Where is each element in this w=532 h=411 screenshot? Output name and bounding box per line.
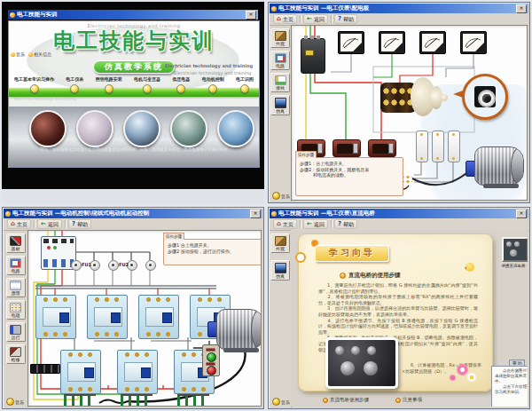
help-button[interactable]: ?帮助 (334, 219, 357, 229)
start-button[interactable] (207, 352, 216, 362)
toolbar-separator (300, 15, 301, 23)
menu-label: 电工仪表 (66, 76, 83, 82)
info-label: 相关信息 (34, 51, 51, 57)
link-usage-steps[interactable]: 直流电桥使用步骤 (323, 397, 369, 403)
panel-motor-sim: 电工技能与实训 —电动机控制\绕线式电动机起动控制 × ⌂主页 ←返回 ?帮助 … (2, 207, 264, 409)
app-icon (5, 211, 11, 217)
sidebar-button-wiring[interactable]: 接线 (270, 73, 290, 92)
menu-button-icon (105, 84, 113, 93)
sidebar-button-simulation[interactable]: 仿真 (270, 95, 290, 115)
menu-button-icon (30, 84, 39, 93)
home-button[interactable]: ⌂主页 (273, 219, 297, 229)
sidebar-button-repair[interactable]: 检修 (6, 344, 26, 364)
close-icon[interactable]: × (516, 209, 527, 218)
knob (367, 346, 376, 355)
contactor-km1 (35, 295, 76, 339)
appearance-icon (275, 31, 286, 41)
titlebar: 电工技能与实训 —电工仪表\直流电桥 × (270, 209, 528, 218)
sidebar-button-appearance[interactable]: 外观 (270, 28, 290, 48)
titlebar: 电工技能与实训 —电工仪表\配电板 × (270, 4, 528, 13)
home-button[interactable]: ⌂主页 (273, 14, 297, 24)
monitor-icon (275, 263, 286, 273)
toolbar-separator (331, 15, 332, 23)
menu-item-motorctl[interactable]: 电动机控制 (202, 76, 224, 93)
music-toggle[interactable]: 音乐 (272, 192, 290, 200)
sidebar-button-equipment[interactable]: 器材 (6, 233, 26, 253)
fuse-3[interactable] (108, 260, 119, 271)
flower-deco-icon (467, 373, 476, 382)
window-title: 电工技能与实训 (17, 12, 244, 18)
splash-subtitle-en: Electrician technology and training (165, 63, 253, 68)
main-breaker[interactable] (301, 38, 325, 74)
switch-knob (441, 94, 448, 101)
document-icon (10, 281, 21, 290)
motor-base (223, 348, 259, 352)
contactor-coil (43, 307, 71, 327)
help-button[interactable]: ?帮助 (334, 14, 357, 24)
product-photo-meter (76, 110, 113, 147)
sidebar-button-principle[interactable]: 原理 (6, 278, 26, 297)
close-icon[interactable]: × (246, 11, 256, 20)
close-icon[interactable]: × (250, 209, 261, 218)
info-link[interactable]: 相关信息 (28, 51, 51, 57)
screenshot-collage: 电工技能与实训 × Electrician technology and tra… (0, 0, 532, 411)
help-icon: ? (338, 16, 341, 22)
sidebar-button-circuit[interactable]: 电路 (270, 51, 290, 70)
close-icon[interactable]: × (516, 4, 527, 13)
fuse-5[interactable] (145, 260, 156, 271)
back-label: 返回 (314, 16, 325, 22)
titlebar: 电工技能与实训 —电动机控制\绕线式电动机起动控制 × (4, 209, 262, 218)
sidebar-button-simulation[interactable]: 仿真 (270, 260, 290, 281)
menu-item-lighting[interactable]: 照明电路安装 (96, 76, 122, 93)
stop-button[interactable] (207, 366, 216, 375)
equipment-icon (10, 236, 21, 246)
link-notes[interactable]: 注意事项 (395, 397, 422, 403)
splash-body: Electrician technology and training 音乐 相… (9, 21, 259, 167)
menu-item-drawings[interactable]: 电工识图 (236, 76, 254, 93)
help-button[interactable]: ?帮助 (68, 219, 91, 229)
sidebar-button-run[interactable]: 运行 (6, 322, 26, 342)
home-label: 主页 (283, 16, 293, 22)
toolbar-separator (65, 220, 66, 228)
sidebar-label: 电路 (12, 269, 20, 273)
menu-button-icon (240, 84, 249, 93)
menu-label: 电工识图 (236, 76, 254, 82)
analog-meter-3 (419, 31, 446, 54)
current-transformer-3 (368, 139, 396, 157)
home-button[interactable]: ⌂主页 (7, 219, 31, 229)
back-button[interactable]: ←返回 (37, 219, 62, 229)
back-button[interactable]: ←返回 (303, 14, 328, 24)
sidebar-label: 运行 (12, 336, 20, 340)
device-thumbnail-button[interactable] (502, 237, 528, 262)
fuse-1[interactable] (71, 260, 82, 271)
knob (514, 241, 520, 247)
back-label: 返回 (48, 221, 59, 227)
motor (216, 309, 262, 350)
guide-heading: 直流电桥的使用步骤 (340, 272, 401, 280)
menu-item-machines[interactable]: 电机与变压器 (134, 76, 160, 93)
guide-page: 学习向导 直流电桥的使用步骤 1、测量前先打开检流计锁扣，即将 G 接线柱处的金… (298, 233, 493, 391)
menu-item-meters[interactable]: 电工仪表 (66, 76, 83, 93)
knife-switch[interactable] (30, 364, 60, 374)
repair-icon (10, 347, 21, 357)
music-toggle[interactable]: 音乐 (6, 398, 24, 406)
push-button-station[interactable] (202, 344, 220, 376)
help-box-text: 点击右侧图片可选择您欲仿真的器件。 点击下方按钮可学习相关知识。 (491, 366, 528, 407)
music-link[interactable]: 音乐 (11, 51, 25, 57)
motor-icon (10, 325, 21, 335)
resistor-bank-3 (177, 394, 209, 407)
resistor-bank-1 (64, 394, 96, 407)
back-button[interactable]: ←返回 (303, 219, 328, 229)
sidebar-button-appearance[interactable]: 外观 (270, 233, 290, 253)
music-toggle[interactable]: 音乐 (272, 398, 290, 406)
menu-item-lowvolt[interactable]: 低压电器 (172, 76, 190, 93)
sidebar-label: 仿真 (276, 274, 285, 279)
sidebar-button-circuit[interactable]: 电路 (6, 256, 26, 275)
splash-subtitle: 仿真教学系统 (93, 60, 175, 74)
sidebar-button-panelbox[interactable]: 电箱 (6, 300, 26, 320)
steps-tab: 操作步骤 (163, 233, 184, 240)
contactor-coil (94, 307, 122, 327)
menu-item-basics[interactable]: 电工基本常识与操作 (14, 76, 54, 93)
contactor-coil (145, 307, 174, 327)
panel-meter-sim: 电工技能与实训 —电工仪表\配电板 × ⌂主页 ←返回 ?帮助 外观 电路 接线… (268, 2, 530, 203)
